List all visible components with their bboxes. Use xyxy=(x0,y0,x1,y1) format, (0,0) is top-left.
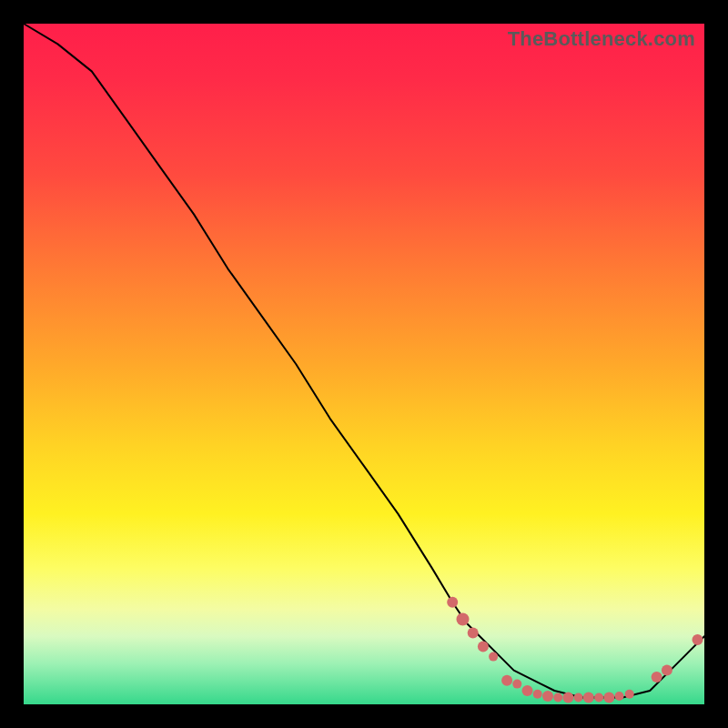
curve-marker xyxy=(478,641,489,652)
curve-marker xyxy=(662,665,672,676)
curve-marker xyxy=(542,691,553,702)
curve-marker xyxy=(574,693,583,703)
curve-marker xyxy=(583,693,594,703)
curve-marker xyxy=(447,597,458,608)
curve-marker xyxy=(693,634,703,645)
chart-svg xyxy=(24,24,704,704)
curve-markers xyxy=(447,597,703,703)
curve-marker xyxy=(533,690,542,699)
curve-marker xyxy=(512,680,521,689)
curve-marker xyxy=(562,693,573,703)
curve-marker xyxy=(625,690,634,699)
curve-marker xyxy=(522,685,533,696)
chart-frame: TheBottleneck.com xyxy=(0,0,728,728)
bottleneck-curve-line xyxy=(24,24,704,698)
curve-marker xyxy=(501,675,512,686)
curve-marker xyxy=(615,692,624,701)
curve-marker xyxy=(594,693,603,703)
curve-marker xyxy=(553,693,562,703)
curve-marker xyxy=(652,672,662,682)
curve-marker xyxy=(489,652,498,662)
curve-marker xyxy=(457,613,470,626)
curve-marker xyxy=(603,693,614,703)
chart-plot-area: TheBottleneck.com xyxy=(24,24,704,704)
curve-marker xyxy=(468,628,479,639)
